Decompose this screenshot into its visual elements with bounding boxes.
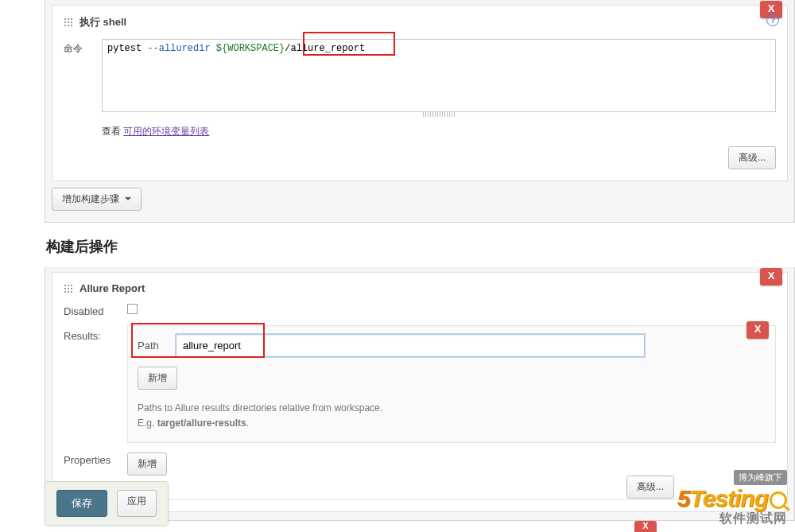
advanced-button[interactable]: 高级...	[728, 146, 776, 169]
command-label: 命令	[64, 39, 102, 56]
cmd-var: ${WORKSPACE}	[216, 43, 285, 54]
advanced-button-bottom[interactable]: 高级...	[626, 476, 674, 499]
path-label: Path	[138, 340, 166, 351]
delete-post-step-button[interactable]: X	[760, 268, 782, 285]
path-row: Path	[138, 334, 766, 357]
help-line-1: Paths to Allure results directories rela…	[138, 401, 766, 416]
chevron-down-icon	[125, 197, 131, 204]
shell-command-textarea[interactable]: pytest --alluredir ${WORKSPACE}/allure_r…	[102, 39, 776, 112]
disabled-checkbox[interactable]	[127, 304, 138, 314]
disabled-row: Disabled	[64, 304, 776, 317]
command-row: 命令 pytest --alluredir ${WORKSPACE}/allur…	[64, 39, 776, 117]
properties-label: Properties	[64, 452, 127, 466]
cmd-token: pytest	[107, 43, 147, 54]
drag-handle-icon[interactable]	[64, 284, 73, 293]
drag-handle-icon[interactable]	[64, 17, 73, 27]
resize-handle-icon[interactable]	[423, 112, 455, 117]
help-line-2-bold: target/allure-results	[157, 417, 246, 429]
add-build-step-label: 增加构建步骤	[62, 193, 119, 204]
results-panel: X Path 新增 Paths to Allure results direct…	[127, 325, 776, 443]
step-title: 执行 shell	[80, 15, 126, 29]
post-build-heading: 构建后操作	[46, 237, 795, 256]
help-line-2-prefix: E.g.	[138, 417, 157, 429]
save-bar: 保存 应用	[45, 481, 169, 526]
allure-path-input[interactable]	[176, 334, 645, 357]
divider	[64, 499, 776, 500]
save-button[interactable]: 保存	[56, 490, 107, 517]
build-step-container: X ? 执行 shell 命令 pytest --alluredir ${WOR…	[45, 0, 795, 223]
help-icon[interactable]: ?	[766, 14, 779, 26]
apply-button[interactable]: 应用	[117, 490, 157, 517]
step-header: 执行 shell	[64, 14, 776, 36]
results-help-text: Paths to Allure results directories rela…	[138, 401, 766, 431]
shell-step-panel: X ? 执行 shell 命令 pytest --alluredir ${WOR…	[52, 5, 788, 181]
close-icon[interactable]: X	[634, 521, 657, 532]
cmd-path: /allure_report	[285, 43, 365, 54]
cmd-flag: --alluredir	[147, 43, 215, 54]
allure-header: Allure Report	[64, 281, 776, 301]
add-build-step-button[interactable]: 增加构建步骤	[52, 188, 142, 211]
env-prefix: 查看	[102, 126, 121, 137]
properties-row: Properties 新增	[64, 452, 776, 476]
results-label: Results:	[64, 328, 127, 342]
env-vars-row: 查看 可用的环境变量列表	[102, 125, 776, 138]
disabled-label: Disabled	[64, 304, 127, 317]
allure-title: Allure Report	[80, 282, 145, 294]
add-path-button[interactable]: 新增	[138, 367, 177, 390]
results-row: Results: X Path 新增 Paths to All	[64, 328, 776, 443]
allure-report-panel: X Allure Report Disabled Results: X Path	[52, 272, 788, 512]
add-property-button[interactable]: 新增	[127, 452, 167, 476]
env-vars-link[interactable]: 可用的环境变量列表	[123, 126, 209, 137]
